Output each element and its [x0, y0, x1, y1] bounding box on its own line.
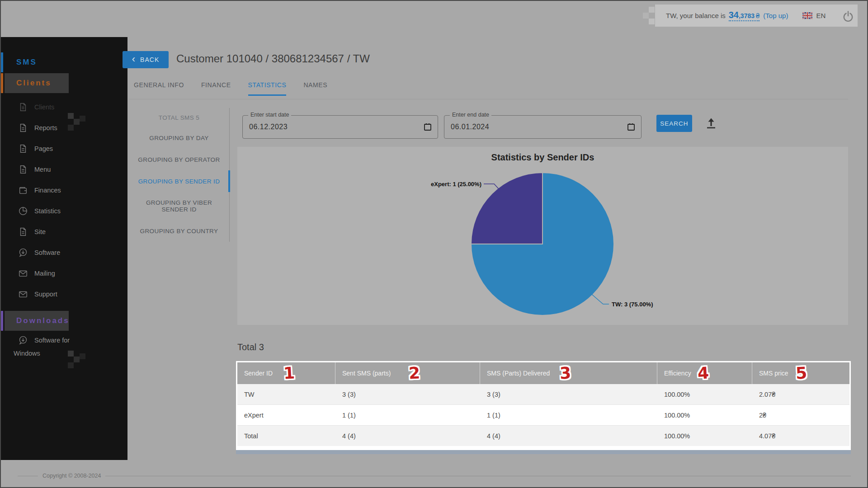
- tab-statistics[interactable]: STATISTICS: [248, 81, 287, 96]
- back-button-label: BACK: [140, 56, 159, 63]
- table-footer-padding: [237, 446, 849, 450]
- language-selector[interactable]: EN: [802, 12, 826, 19]
- table-cell: TW: [237, 384, 335, 404]
- sidebar-item-label: Windows: [14, 350, 40, 357]
- sidebar-item-label: Clients: [34, 103, 54, 111]
- table-header-row: Sender ID 1 Sent SMS (parts) 2 SMS (Part…: [237, 362, 849, 384]
- submenu-grouping-by-sender-id[interactable]: GROUPING BY SENDER ID: [129, 170, 229, 192]
- pie-slice-expert[interactable]: [471, 173, 542, 244]
- end-date-value: 06.01.2024: [451, 123, 489, 131]
- footer-divider-right: [105, 476, 851, 476]
- search-button[interactable]: SEARCH: [656, 115, 692, 132]
- sidebar-item-site[interactable]: Site: [1, 221, 127, 242]
- pie-chart: eXpert: 1 (25.00%) TW: 3 (75.00%): [237, 147, 848, 325]
- sidebar-item-software-for-windows[interactable]: Software for: [1, 333, 127, 347]
- sidebar-item-label: Reports: [34, 124, 57, 131]
- back-button[interactable]: ‹ BACK: [123, 51, 169, 68]
- document-icon: [18, 123, 28, 133]
- table-cell: 2.07₴: [752, 384, 849, 404]
- sidebar-item-statistics[interactable]: Statistics: [1, 201, 127, 221]
- table-total-label: Total 3: [237, 342, 264, 352]
- tab-finance[interactable]: FINANCE: [201, 81, 231, 96]
- start-date-field[interactable]: Enter start date 06.12.2023: [242, 115, 438, 139]
- sidebar-item-clients[interactable]: Clients: [1, 97, 127, 117]
- balance-text: TW, your balance is: [666, 12, 726, 19]
- submenu-active-indicator: [228, 170, 230, 192]
- submenu-grouping-by-country[interactable]: GROUPING BY COUNTRY: [129, 220, 229, 242]
- tab-general-info[interactable]: GENERAL INFO: [134, 81, 184, 96]
- pixel-decoration: [649, 19, 655, 24]
- sidebar-item-mailing[interactable]: Mailing: [1, 263, 127, 284]
- submenu-grouping-by-viber-sender-id[interactable]: GROUPING BY VIBER SENDER ID: [129, 192, 229, 220]
- copyright-text: Copyright © 2008-2024: [42, 473, 101, 479]
- sidebar-item-reports[interactable]: Reports: [1, 117, 127, 138]
- statistics-submenu: TOTAL SMS 5 GROUPING BY DAY GROUPING BY …: [129, 108, 229, 242]
- export-upload-icon[interactable]: [704, 117, 718, 130]
- table-row-total: Total 4 (4) 4 (4) 100.00% 4.07₴: [237, 425, 849, 446]
- end-date-label: Enter end date: [450, 112, 491, 118]
- top-up-link[interactable]: (Top up): [763, 12, 788, 19]
- table-cell: 100.00%: [657, 405, 752, 425]
- pie-chart-icon: [18, 206, 28, 216]
- table-cell: 1 (1): [335, 405, 480, 425]
- tab-names[interactable]: NAMES: [303, 81, 327, 96]
- calendar-icon[interactable]: [627, 122, 635, 131]
- start-date-value: 06.12.2023: [249, 123, 288, 131]
- column-header-label: Sent SMS (parts): [342, 370, 391, 377]
- sidebar-item-label: Software: [34, 249, 60, 256]
- table-highlight-shadow: [236, 450, 851, 454]
- balance-amount-link[interactable]: 34,3783₴: [729, 10, 760, 21]
- sidebar-item-support[interactable]: Support: [1, 284, 127, 305]
- sidebar-section-downloads[interactable]: Downloads: [1, 311, 127, 331]
- table-cell: 100.00%: [657, 384, 752, 404]
- tab-bar: GENERAL INFO FINANCE STATISTICS NAMES: [134, 81, 327, 96]
- sidebar-item-label: Menu: [34, 166, 51, 173]
- footer: Copyright © 2008-2024: [18, 473, 851, 479]
- calendar-icon[interactable]: [424, 122, 432, 131]
- submenu-grouping-by-day[interactable]: GROUPING BY DAY: [129, 127, 229, 149]
- balance-integer: 34: [729, 10, 739, 20]
- sidebar-item-label: Support: [34, 291, 57, 298]
- sidebar-section-label: Downloads: [16, 316, 70, 325]
- table-cell: eXpert: [237, 405, 335, 425]
- column-header-label: SMS price: [759, 370, 788, 377]
- end-date-field[interactable]: Enter end date 06.01.2024: [444, 115, 642, 139]
- table-cell: 100.00%: [657, 426, 752, 446]
- sidebar-item-label: Finances: [34, 187, 61, 194]
- app-window: TW, your balance is 34,3783₴ (Top up) EN: [0, 0, 868, 488]
- envelope-icon: [18, 289, 28, 299]
- sidebar-item-label: Statistics: [34, 207, 61, 215]
- envelope-icon: [18, 268, 28, 278]
- sidebar-item-pages[interactable]: Pages: [1, 138, 127, 159]
- table-cell: 4 (4): [335, 426, 480, 446]
- logout-power-button[interactable]: [842, 9, 854, 22]
- submenu-total-sms: TOTAL SMS 5: [129, 108, 229, 127]
- table-cell: 1 (1): [480, 405, 657, 425]
- pie-label-expert: eXpert: 1 (25.00%): [431, 181, 481, 188]
- document-icon: [18, 144, 28, 154]
- annotation-number-1: 1: [283, 365, 295, 381]
- column-header-sent-sms: Sent SMS (parts) 2: [335, 362, 480, 384]
- sidebar-item-label: Pages: [34, 145, 53, 152]
- topbar: TW, your balance is 34,3783₴ (Top up) EN: [655, 5, 858, 27]
- sidebar-item-software-for-windows-line2[interactable]: Windows: [1, 348, 127, 359]
- pixel-decoration: [643, 13, 649, 19]
- start-date-label: Enter start date: [248, 112, 291, 118]
- table-row-expert: eXpert 1 (1) 1 (1) 100.00% 2₴: [237, 404, 849, 425]
- column-header-sms-price: SMS price 5: [752, 362, 849, 384]
- chevron-left-icon: ‹: [132, 54, 136, 64]
- statistics-table: Sender ID 1 Sent SMS (parts) 2 SMS (Part…: [236, 361, 851, 451]
- sidebar-item-menu[interactable]: Menu: [1, 159, 127, 180]
- sidebar-item-label: Site: [34, 228, 46, 235]
- sidebar-item-finances[interactable]: Finances: [1, 180, 127, 201]
- sidebar-item-label: Mailing: [34, 270, 55, 277]
- column-header-sms-delivered: SMS (Parts) Delivered 3: [480, 362, 657, 384]
- sidebar-item-software[interactable]: Software: [1, 242, 127, 263]
- chart-title: Statistics by Sender IDs: [237, 152, 848, 163]
- column-header-label: Efficiency: [664, 370, 691, 377]
- submenu-grouping-by-operator[interactable]: GROUPING BY OPERATOR: [129, 149, 229, 170]
- sidebar-section-clients[interactable]: Clients: [1, 73, 127, 93]
- sidebar-section-sms[interactable]: SMS: [1, 52, 127, 72]
- column-header-efficiency: Efficiency 4: [657, 362, 752, 384]
- table-cell: 3 (3): [480, 384, 657, 404]
